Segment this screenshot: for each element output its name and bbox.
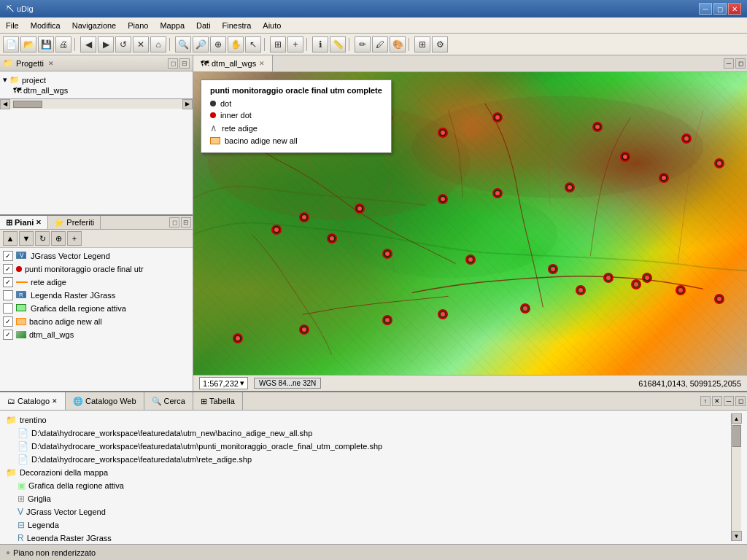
projects-close-button[interactable]: ✕ — [47, 59, 55, 68]
layer-check-2[interactable] — [3, 277, 13, 287]
pan-button[interactable]: ✋ — [228, 36, 244, 52]
add-layer-button[interactable]: + — [287, 36, 303, 52]
layer-check-1[interactable] — [3, 264, 13, 274]
grid-button[interactable]: ⊞ — [414, 36, 430, 52]
catalog-scroll-down[interactable]: ▼ — [732, 531, 742, 541]
zoom-out-button[interactable]: 🔎 — [193, 36, 209, 52]
map-node[interactable]: 🗺 dtm_all_wgs — [13, 85, 190, 96]
map-tab-close[interactable]: ✕ — [259, 60, 265, 67]
catalog-item-dec-1[interactable]: ⊞ Griglia — [18, 492, 731, 505]
catalog-item-dec-2[interactable]: Ⅴ JGrass Vector Legend — [18, 505, 731, 518]
projects-max-button[interactable]: ⊟ — [179, 58, 190, 69]
zoom-extent-button[interactable]: ⊕ — [210, 36, 226, 52]
catalogo-close-icon[interactable]: ✕ — [52, 397, 58, 405]
layer-refresh-button[interactable]: ↻ — [35, 231, 50, 246]
minimize-button[interactable]: ─ — [699, 3, 712, 15]
measure-button[interactable]: 📏 — [330, 36, 346, 52]
draw-button[interactable]: ✏ — [355, 36, 371, 52]
catalog-scroll-up[interactable]: ▲ — [732, 413, 742, 424]
layer-zoom-button[interactable]: ⊕ — [51, 231, 66, 246]
layer-item-4[interactable]: Grafica della regione attiva — [1, 302, 191, 315]
bottom-export-button[interactable]: ↑ — [700, 396, 711, 406]
bottom-close-button[interactable]: ✕ — [712, 396, 722, 406]
restore-button[interactable]: ◻ — [713, 3, 727, 15]
map-max-button[interactable]: ◻ — [735, 58, 746, 69]
layer-check-0[interactable] — [3, 251, 13, 261]
catalog-item-file-1[interactable]: 📄 D:\data\hydrocare_workspace\featuredat… — [18, 440, 731, 453]
menu-aiuto[interactable]: Aiuto — [257, 20, 287, 31]
project-panel: 📁 Progetti ✕ ◻ ⊟ ▾ 📁 project 🗺 — [0, 55, 193, 216]
bottom-max-button[interactable]: ◻ — [735, 396, 746, 406]
h-scroll-thumb[interactable] — [13, 101, 42, 108]
catalog-item-file-2[interactable]: 📄 D:\data\hydrocare_workspace\featuredat… — [18, 453, 731, 466]
layer-check-3[interactable] — [3, 290, 13, 300]
layers-restore-button[interactable]: ◻ — [169, 217, 179, 228]
menu-finestra[interactable]: Finestra — [217, 20, 258, 31]
tab-preferiti[interactable]: ⭐ Preferiti — [48, 216, 101, 229]
stop-button[interactable]: ✕ — [133, 36, 149, 52]
projects-tab-label[interactable]: Progetti — [16, 59, 44, 68]
layer-check-6[interactable] — [3, 330, 13, 340]
bottom-panel-controls: ↑ ✕ ─ ◻ — [699, 394, 747, 408]
catalog-item-dec-4[interactable]: R Legenda Raster JGrass — [18, 532, 731, 541]
home-button[interactable]: ⌂ — [150, 36, 166, 52]
bottom-restore-button[interactable]: ─ — [724, 396, 734, 406]
catalog-scroll-thumb[interactable] — [732, 425, 741, 447]
tab-catalogo[interactable]: 🗂 Catalogo ✕ — [0, 392, 66, 410]
layer-item-3[interactable]: R Legenda Raster JGrass — [1, 289, 191, 302]
settings-button[interactable]: ⚙ — [432, 36, 448, 52]
scale-selector[interactable]: 1:567,232 ▾ — [199, 377, 248, 389]
tab-cerca[interactable]: 🔍 Cerca — [144, 392, 193, 410]
h-scroll-left[interactable]: ◀ — [0, 99, 10, 109]
draw2-button[interactable]: 🖊 — [372, 36, 388, 52]
menu-mappa[interactable]: Mappa — [154, 20, 190, 31]
menu-piano[interactable]: Piano — [122, 20, 154, 31]
layer-item-0[interactable]: Ⅴ JGrass Vector Legend — [1, 249, 191, 262]
map-restore-button[interactable]: ─ — [724, 58, 734, 69]
layer-button[interactable]: ⊞ — [270, 36, 286, 52]
layer-item-2[interactable]: rete adige — [1, 276, 191, 289]
layer-up-button[interactable]: ▲ — [3, 231, 18, 246]
catalog-item-dec-0[interactable]: ▣ Grafica della regione attiva — [18, 479, 731, 492]
catalog-item-decorazioni[interactable]: 📁 Decorazioni della mappa — [6, 466, 731, 479]
map-tab-dtm[interactable]: 🗺 dtm_all_wgs ✕ — [193, 55, 273, 71]
save-button[interactable]: 💾 — [38, 36, 54, 52]
layer-item-5[interactable]: bacino adige new all — [1, 315, 191, 328]
close-button[interactable]: ✕ — [728, 3, 741, 15]
new-button[interactable]: 📄 — [3, 36, 19, 52]
layers-max-button[interactable]: ⊟ — [181, 217, 191, 228]
info-button[interactable]: ℹ — [312, 36, 328, 52]
refresh-button[interactable]: ↺ — [115, 36, 131, 52]
layer-down-button[interactable]: ▼ — [19, 231, 34, 246]
catalog-item-trentino[interactable]: 📁 trentino — [6, 413, 731, 427]
projects-restore-button[interactable]: ◻ — [168, 58, 178, 69]
forward-button[interactable]: ▶ — [98, 36, 114, 52]
layer-item-6[interactable]: dtm_all_wgs — [1, 328, 191, 341]
tab-piani[interactable]: ⊞ Piani ✕ — [0, 216, 48, 229]
tab-tabella[interactable]: ⊞ Tabella — [193, 392, 243, 410]
piani-close-icon[interactable]: ✕ — [36, 219, 42, 226]
h-scroll-track[interactable] — [10, 99, 182, 109]
map-canvas[interactable]: punti monitoraggio oracle final utm comp… — [193, 72, 747, 375]
open-button[interactable]: 📂 — [20, 36, 36, 52]
layer-add-button[interactable]: + — [67, 231, 82, 246]
select-button[interactable]: ↖ — [245, 36, 261, 52]
catalog-item-dec-3[interactable]: ⊟ Legenda — [18, 518, 731, 532]
print-button[interactable]: 🖨 — [55, 36, 71, 52]
scale-dropdown-icon[interactable]: ▾ — [240, 378, 244, 388]
catalog-item-file-0[interactable]: 📄 D:\data\hydrocare_workspace\featuredat… — [18, 427, 731, 440]
catalog-scroll-track[interactable] — [732, 424, 741, 531]
menu-navigazione[interactable]: Navigazione — [66, 20, 123, 31]
menu-modifica[interactable]: Modifica — [25, 20, 66, 31]
layer-check-5[interactable] — [3, 316, 13, 327]
style-button[interactable]: 🎨 — [390, 36, 406, 52]
zoom-in-button[interactable]: 🔍 — [175, 36, 191, 52]
menu-file[interactable]: File — [0, 20, 25, 31]
menu-dati[interactable]: Dati — [190, 20, 217, 31]
back-button[interactable]: ◀ — [80, 36, 96, 52]
h-scroll-right[interactable]: ▶ — [182, 99, 193, 109]
layer-item-1[interactable]: punti monitoraggio oracle final utr — [1, 262, 191, 276]
layer-check-4[interactable] — [3, 303, 13, 314]
project-node[interactable]: ▾ 📁 project — [3, 74, 190, 85]
tab-catalogo-web[interactable]: 🌐 Catalogo Web — [66, 392, 144, 410]
